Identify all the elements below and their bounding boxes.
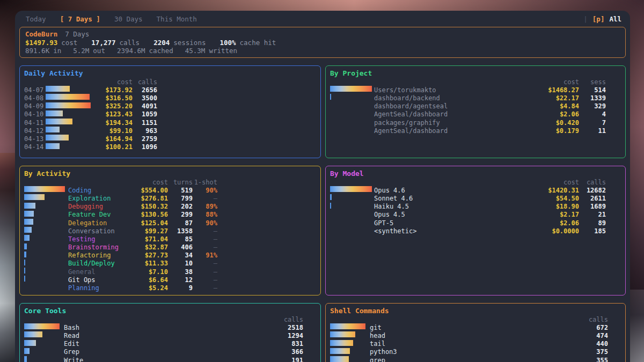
gradient-bar <box>24 227 32 233</box>
gradient-bar <box>46 143 60 149</box>
cell-cost: $194.34 <box>95 119 133 127</box>
cell-turns: 9 <box>168 284 193 292</box>
cell-calls: 2656 <box>133 86 157 94</box>
bar-cell <box>46 94 95 102</box>
app-title: CodeBurn <box>25 30 57 38</box>
bar-cell <box>24 348 64 356</box>
stat-value: 891.6K <box>25 47 49 55</box>
gradient-bar <box>24 323 60 329</box>
gradient-bar <box>24 348 30 354</box>
table-row: <synthetic>$0.0000185 <box>330 227 621 235</box>
table-row: 04-14$100.211096 <box>24 143 316 151</box>
table-row: Sonnet 4.6$54.502611 <box>330 194 621 202</box>
cell-calls: 440 <box>576 340 608 348</box>
cell-label: git <box>370 324 576 331</box>
column-header: sess <box>579 78 606 86</box>
bar-cell <box>330 194 374 202</box>
cell-turns: 1358 <box>168 227 193 235</box>
bar-cell <box>24 260 68 268</box>
stat-written: 45.3Mwritten <box>185 47 237 55</box>
stat-label: calls <box>119 39 140 47</box>
table-row: tail440 <box>330 340 621 348</box>
cell-calls: 355 <box>576 357 608 362</box>
table-row: dashboard/backend$22.171339 <box>330 94 621 102</box>
cell-label: Coding <box>68 187 128 194</box>
cell-cost: $276.81 <box>128 195 168 202</box>
gradient-bar <box>24 211 34 217</box>
bar-cell <box>24 252 68 260</box>
wallpaper-mountain-right <box>629 290 644 362</box>
stat-value: 100% <box>219 39 236 47</box>
gradient-bar <box>24 260 25 265</box>
column-header: cost <box>128 179 168 186</box>
table-row: 04-11$194.341151 <box>24 119 316 127</box>
cell-cost: $130.56 <box>128 211 168 218</box>
bar-cell <box>330 203 374 211</box>
stat-label: out <box>93 47 105 55</box>
stat-value: 45.3M <box>185 47 206 55</box>
cell-label: Edit <box>64 340 271 348</box>
tab-this-month[interactable]: This Month <box>157 15 197 23</box>
summary-io-stats: 891.6Kin5.2Mout2394.6Mcached45.3Mwritten <box>25 47 620 55</box>
column-header-row: calls <box>330 315 621 323</box>
gradient-bar <box>24 276 25 282</box>
bar-cell <box>24 340 64 348</box>
cell-cost: $316.50 <box>95 94 133 102</box>
bar-cell <box>330 94 374 102</box>
gradient-bar <box>46 94 90 100</box>
panel-shell-commands: Shell Commands callsgit672head474tail440… <box>325 303 626 362</box>
cell-oneshot: 89% <box>193 203 217 210</box>
column-header: calls <box>576 316 608 323</box>
period-tabs: Today[ 7 Days ]30 DaysThis Month <box>26 15 197 23</box>
wallpaper-mountain-left <box>0 153 16 362</box>
column-header: cost <box>95 78 133 86</box>
column-header: calls <box>133 78 157 86</box>
stat-label: sessions <box>173 39 206 47</box>
table-row: grep355 <box>330 356 621 362</box>
cell-label: General <box>68 268 128 276</box>
cell-calls: 375 <box>576 348 608 356</box>
cell-cost: $554.00 <box>128 187 168 194</box>
cell-calls: 2759 <box>133 135 157 143</box>
table-row: Debugging$150.3220289% <box>24 203 316 211</box>
cell-turns: 299 <box>168 211 193 218</box>
column-header: 1-shot <box>193 179 217 186</box>
cell-cost: $27.73 <box>128 252 168 259</box>
table-row: 04-12$99.10963 <box>24 127 316 135</box>
cell-oneshot: – <box>193 235 217 243</box>
cell-oneshot: – <box>193 284 217 292</box>
bar-cell <box>330 127 374 135</box>
cell-calls: 3500 <box>133 94 157 102</box>
stat-cache-hit: 100%cache hit <box>219 39 276 47</box>
cell-label: dashboard/agentseal <box>374 102 531 110</box>
cell-cost: $0.420 <box>531 119 579 127</box>
cell-label: Brainstorming <box>68 243 128 251</box>
stat-label: written <box>209 47 237 55</box>
bar-cell <box>46 119 95 127</box>
table-row: Haiku 4.5$18.901689 <box>330 203 621 211</box>
scope-value: All <box>609 15 621 23</box>
cell-label: 04-10 <box>24 110 46 118</box>
table-row: Feature Dev$130.5629988% <box>24 211 316 219</box>
cell-cost: $6.64 <box>128 276 168 284</box>
cell-calls: 474 <box>576 332 608 339</box>
tab-today[interactable]: Today <box>26 15 46 23</box>
gradient-bar <box>24 268 25 274</box>
stat-value: 2204 <box>153 39 170 47</box>
gradient-bar <box>24 252 26 257</box>
bar-cell <box>24 276 68 284</box>
bar-cell <box>24 211 68 219</box>
codeburn-window: Today[ 7 Days ]30 DaysThis Month | [p] A… <box>15 11 630 362</box>
gradient-bar <box>46 119 72 124</box>
cell-label: Users/torukmakto <box>374 86 531 94</box>
bar-cell <box>330 323 370 331</box>
column-header-row: costturns1-shot <box>24 178 316 186</box>
table-row: Planning$5.249– <box>24 284 316 292</box>
bar-cell <box>24 227 68 235</box>
gradient-bar <box>330 86 372 92</box>
scope-selector[interactable]: | [p] All <box>583 15 621 23</box>
cell-sess: 11 <box>579 127 606 135</box>
cell-label: Git Ops <box>68 276 128 284</box>
tab-7-days[interactable]: [ 7 Days ] <box>60 15 100 23</box>
tab-30-days[interactable]: 30 Days <box>114 15 143 23</box>
